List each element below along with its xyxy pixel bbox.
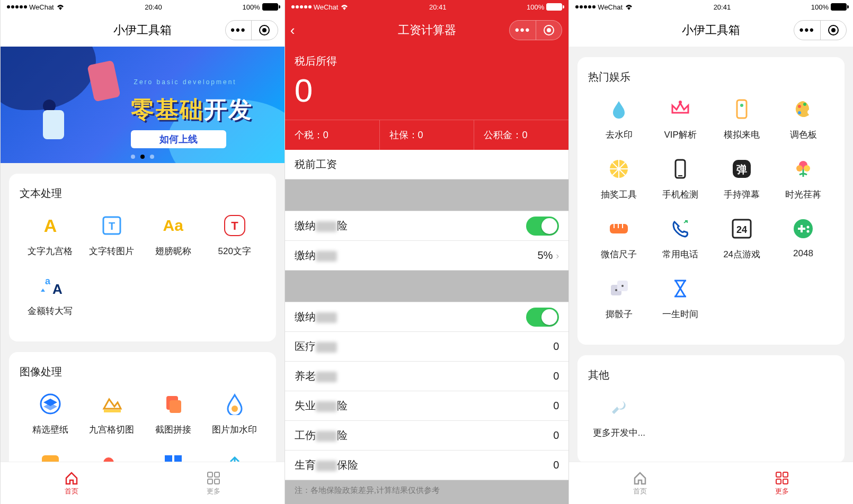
tool-more-coming[interactable]: 更多开发中... xyxy=(588,395,650,439)
page-body: Zero basic development 零基础开发 如何上线 文本处理 A… xyxy=(1,47,285,504)
mountain-icon xyxy=(100,392,124,416)
banner-cta[interactable]: 如何上线 xyxy=(131,130,226,148)
svg-rect-53 xyxy=(776,472,781,477)
row-pension[interactable]: 养老 0 xyxy=(285,362,569,391)
person-illustration xyxy=(43,100,75,147)
summary-row: 个税：0 社保：0 公积金：0 xyxy=(285,120,569,150)
tool-fake-call[interactable]: 模拟来电 xyxy=(711,97,772,141)
tool-lifetime[interactable]: 一生时间 xyxy=(650,276,711,320)
svg-point-48 xyxy=(807,230,810,233)
title-bar: 小伊工具箱 ••• xyxy=(569,14,853,47)
tool-watermark[interactable]: 图片加水印 xyxy=(204,392,265,436)
svg-rect-46 xyxy=(798,228,805,230)
tool-time-flies[interactable]: 时光荏苒 xyxy=(772,157,834,201)
palette-icon xyxy=(791,97,815,121)
capsule-close-icon[interactable] xyxy=(821,21,847,40)
net-label: 税后所得 xyxy=(285,47,569,71)
stack-icon xyxy=(161,392,185,416)
tool-lottery[interactable]: 抽奖工具 xyxy=(588,157,650,201)
tab-more[interactable]: 更多 xyxy=(143,462,285,504)
row-pay-toggle-1[interactable]: 缴纳险 xyxy=(285,211,569,241)
row-medical[interactable]: 医疗 0 xyxy=(285,332,569,362)
chevron-right-icon: › xyxy=(556,250,559,261)
tab-more[interactable]: 更多 xyxy=(711,462,853,504)
carrier-label: WeChat xyxy=(29,3,54,11)
tool-grid-cut[interactable]: 九宫格切图 xyxy=(81,392,143,436)
capsule-close-icon[interactable] xyxy=(536,21,562,40)
tool-handheld-barrage[interactable]: 弹 手持弹幕 xyxy=(711,157,772,201)
section-title: 图像处理 xyxy=(20,365,265,379)
capsule-menu[interactable]: ••• xyxy=(225,20,278,40)
tool-screenshot-stitch[interactable]: 截图拼接 xyxy=(143,392,204,436)
tool-vip-parse[interactable]: VIP解析 xyxy=(650,97,711,141)
svg-point-10 xyxy=(232,406,238,412)
svg-point-20 xyxy=(679,101,682,104)
svg-point-23 xyxy=(798,105,801,108)
svg-point-25 xyxy=(803,103,806,106)
tool-common-phone[interactable]: 常用电话 xyxy=(650,217,711,260)
capsule-close-icon[interactable] xyxy=(252,21,278,40)
tool-24-game[interactable]: 24 24点游戏 xyxy=(711,217,772,260)
lemon-slice-icon xyxy=(607,157,631,181)
twentyfour-icon: 24 xyxy=(730,217,754,241)
grid-icon xyxy=(775,471,789,485)
battery-icon xyxy=(262,3,278,11)
tab-bar: 首页 更多 xyxy=(1,462,285,504)
row-pre-salary[interactable]: 税前工资 xyxy=(285,150,569,179)
hero-banner[interactable]: Zero basic development 零基础开发 如何上线 xyxy=(1,47,285,163)
phone-screen-more: WeChat 20:41 100% 小伊工具箱 ••• 热门娱乐 去水印 xyxy=(568,0,853,504)
svg-rect-18 xyxy=(208,479,212,484)
tool-wing-nickname[interactable]: Aa 翅膀昵称 xyxy=(143,213,204,257)
carousel-pager[interactable] xyxy=(1,155,285,159)
capsule-more-icon[interactable]: ••• xyxy=(794,21,820,40)
svg-rect-19 xyxy=(215,479,219,484)
section-title: 文本处理 xyxy=(20,186,265,201)
signal-indicator: WeChat xyxy=(575,3,633,11)
tab-home[interactable]: 首页 xyxy=(569,462,711,504)
phone-screen-salary: WeChat 20:41 100% ‹ 工资计算器 ••• 税后所得 0 个税：… xyxy=(285,0,569,504)
footnote: 注：各地保险政策差异,计算结果仅供参考 xyxy=(285,480,569,501)
tool-phone-check[interactable]: 手机检测 xyxy=(650,157,711,201)
svg-point-51 xyxy=(615,289,617,291)
tool-text-to-image[interactable]: T 文字转图片 xyxy=(81,213,143,257)
capsule-more-icon[interactable]: ••• xyxy=(510,21,536,40)
tab-home[interactable]: 首页 xyxy=(1,462,143,504)
social-cell: 社保：0 xyxy=(380,120,475,150)
tool-text-grid[interactable]: A 文字九宫格 xyxy=(20,213,81,257)
row-unemployment[interactable]: 失业险 0 xyxy=(285,391,569,421)
banner-subtitle: Zero basic development xyxy=(134,78,237,86)
battery-percent: 100% xyxy=(527,3,544,11)
toggle-switch[interactable] xyxy=(526,217,559,236)
battery-percent: 100% xyxy=(242,3,260,11)
row-birth[interactable]: 生育保险 0 xyxy=(285,451,569,480)
tool-wallpaper[interactable]: 精选壁纸 xyxy=(20,392,81,436)
tool-wechat-ruler[interactable]: 微信尺子 xyxy=(588,217,650,260)
crown-icon xyxy=(668,97,692,121)
row-pay-percent[interactable]: 缴纳 5%› xyxy=(285,241,569,271)
result-panel: 税后所得 0 个税：0 社保：0 公积金：0 xyxy=(285,47,569,150)
tool-dice[interactable]: 掷骰子 xyxy=(588,276,650,320)
carrier-label: WeChat xyxy=(314,3,339,11)
tool-remove-watermark[interactable]: 去水印 xyxy=(588,97,650,141)
capsule-menu[interactable]: ••• xyxy=(794,20,847,40)
svg-rect-17 xyxy=(215,472,219,477)
page-title: 工资计算器 xyxy=(398,22,456,38)
home-icon xyxy=(633,471,647,485)
tool-2048[interactable]: 2048 xyxy=(772,217,834,260)
battery-icon xyxy=(546,3,562,11)
wifi-icon xyxy=(625,4,633,10)
row-pay-toggle-2[interactable]: 缴纳 xyxy=(285,302,569,332)
tool-amount-capital[interactable]: aA 金额转大写 xyxy=(20,273,81,317)
tool-520-text[interactable]: T 520文字 xyxy=(204,213,265,257)
capsule-more-icon[interactable]: ••• xyxy=(226,21,252,40)
back-icon[interactable]: ‹ xyxy=(290,22,295,39)
svg-text:弹: 弹 xyxy=(736,164,747,175)
calculator-icon xyxy=(87,60,120,102)
row-injury[interactable]: 工伤险 0 xyxy=(285,421,569,451)
toggle-switch[interactable] xyxy=(526,308,559,327)
svg-point-47 xyxy=(807,226,810,229)
svg-rect-55 xyxy=(776,479,781,484)
svg-rect-16 xyxy=(208,472,212,477)
capsule-menu[interactable]: ••• xyxy=(509,20,562,40)
tool-palette[interactable]: 调色板 xyxy=(772,97,834,141)
